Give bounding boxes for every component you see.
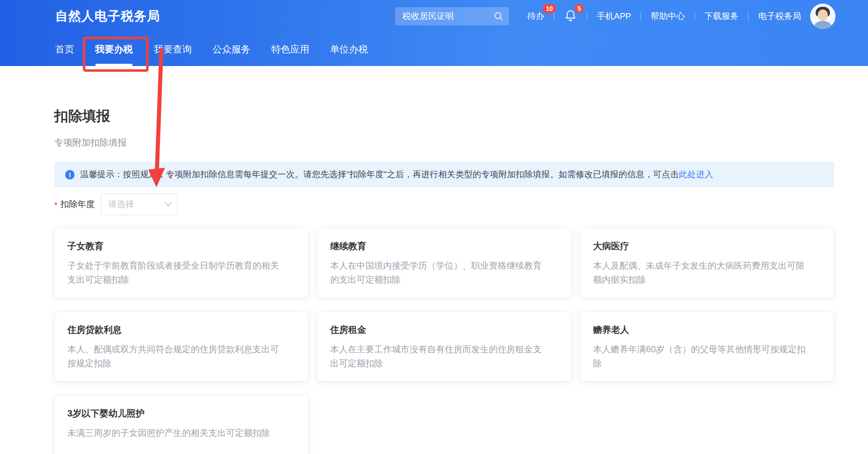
card-title: 大病医疗 <box>593 240 821 252</box>
avatar[interactable] <box>810 4 835 29</box>
menu-item-download-service[interactable]: 下载服务 <box>704 10 739 22</box>
divider <box>641 12 641 20</box>
card-elderly-support[interactable]: 赡养老人 本人赡养年满60岁（含）的父母等其他情形可按规定扣除 <box>580 312 834 382</box>
todo-label: 待办 <box>527 11 544 21</box>
nav-tab-public-service[interactable]: 公众服务 <box>212 33 250 66</box>
card-description: 本人在主要工作城市没有自有住房而发生的住房租金支出可定额扣除 <box>330 342 547 370</box>
header: 自然人电子税务局 待办 10 <box>0 0 868 66</box>
card-title: 继续教育 <box>330 240 558 252</box>
search-input[interactable] <box>402 11 494 21</box>
main-nav: 首页 我要办税 我要查询 公众服务 特色应用 单位办税 <box>0 33 868 66</box>
notice-banner: ! 温馨提示：按照规定，专项附加扣除信息需每年提交一次。请您先选择"扣除年度"之… <box>54 162 834 187</box>
divider <box>587 12 587 20</box>
nav-tab-unit-tax[interactable]: 单位办税 <box>330 33 368 66</box>
card-title: 住房贷款利息 <box>67 324 295 336</box>
menu-item-mobile-app[interactable]: 手机APP <box>597 10 631 22</box>
todo-badge: 10 <box>542 4 556 13</box>
card-description: 本人在中国境内接受学历（学位）、职业资格继续教育的支出可定额扣除 <box>330 259 547 287</box>
card-serious-illness[interactable]: 大病医疗 本人及配偶、未成年子女发生的大病医药费用支出可限额内据实扣除 <box>580 228 834 298</box>
notifications-badge: 5 <box>575 4 584 13</box>
card-infant-care[interactable]: 3岁以下婴幼儿照护 未满三周岁的子女因照护产生的相关支出可定额扣除 <box>54 395 308 454</box>
card-description: 子女处于学前教育阶段或者接受全日制学历教育的相关支出可定额扣除 <box>67 259 284 287</box>
info-icon: ! <box>65 170 75 180</box>
card-description: 本人及配偶、未成年子女发生的大病医药费用支出可限额内据实扣除 <box>593 259 810 287</box>
card-housing-loan-interest[interactable]: 住房贷款利息 本人、配偶或双方共同符合规定的住房贷款利息支出可按规定扣除 <box>54 312 308 382</box>
search-box[interactable] <box>395 7 509 25</box>
card-continuing-education[interactable]: 继续教育 本人在中国境内接受学历（学位）、职业资格继续教育的支出可定额扣除 <box>317 228 571 298</box>
divider <box>554 12 554 20</box>
header-top-bar: 自然人电子税务局 待办 10 <box>0 0 868 33</box>
deduction-year-row: * 扣除年度 请选择 <box>54 194 868 215</box>
card-description: 本人、配偶或双方共同符合规定的住房贷款利息支出可按规定扣除 <box>67 342 284 370</box>
main-content: 扣除填报 专项附加扣除填报 ! 温馨提示：按照规定，专项附加扣除信息需每年提交一… <box>0 107 868 454</box>
site-logo: 自然人电子税务局 <box>55 8 160 25</box>
deduction-year-select[interactable]: 请选择 <box>101 194 178 215</box>
card-title: 子女教育 <box>67 240 295 252</box>
card-child-education[interactable]: 子女教育 子女处于学前教育阶段或者接受全日制学历教育的相关支出可定额扣除 <box>54 228 308 298</box>
search-icon[interactable] <box>494 11 504 21</box>
page-subtitle: 专项附加扣除填报 <box>54 137 868 149</box>
divider <box>694 12 695 20</box>
deduction-year-label: 扣除年度 <box>60 199 94 210</box>
nav-tab-home[interactable]: 首页 <box>55 33 74 66</box>
card-description: 本人赡养年满60岁（含）的父母等其他情形可按规定扣除 <box>593 342 810 370</box>
card-description: 未满三周岁的子女因照护产生的相关支出可定额扣除 <box>67 426 284 440</box>
todo-link[interactable]: 待办 10 <box>527 10 544 22</box>
nav-tab-query[interactable]: 我要查询 <box>154 33 192 66</box>
menu-item-etax-bureau[interactable]: 电子税务局 <box>758 10 801 22</box>
card-title: 住房租金 <box>330 324 558 336</box>
nav-tab-tax-handling[interactable]: 我要办税 <box>95 33 133 66</box>
avatar-face <box>818 9 828 21</box>
header-quick-links: 待办 10 5 手机APP 帮助中心 下载服务 电子税务局 <box>527 4 835 29</box>
avatar-shirt <box>812 21 833 29</box>
nav-tab-featured-apps[interactable]: 特色应用 <box>271 33 309 66</box>
divider <box>748 12 749 20</box>
card-title: 3岁以下婴幼儿照护 <box>67 407 295 420</box>
menu-item-help-center[interactable]: 帮助中心 <box>651 10 685 22</box>
card-housing-rent[interactable]: 住房租金 本人在主要工作城市没有自有住房而发生的住房租金支出可定额扣除 <box>317 312 571 382</box>
deduction-cards-grid: 子女教育 子女处于学前教育阶段或者接受全日制学历教育的相关支出可定额扣除 继续教… <box>54 228 834 454</box>
chevron-down-icon <box>165 200 172 208</box>
notice-text: 温馨提示：按照规定，专项附加扣除信息需每年提交一次。请您先选择"扣除年度"之后，… <box>80 169 679 180</box>
required-asterisk: * <box>54 200 57 210</box>
select-placeholder: 请选择 <box>108 199 165 210</box>
notifications-button[interactable]: 5 <box>564 9 577 24</box>
card-title: 赡养老人 <box>593 324 821 336</box>
notice-enter-link[interactable]: 此处进入 <box>679 169 713 180</box>
page-title: 扣除填报 <box>54 107 868 126</box>
